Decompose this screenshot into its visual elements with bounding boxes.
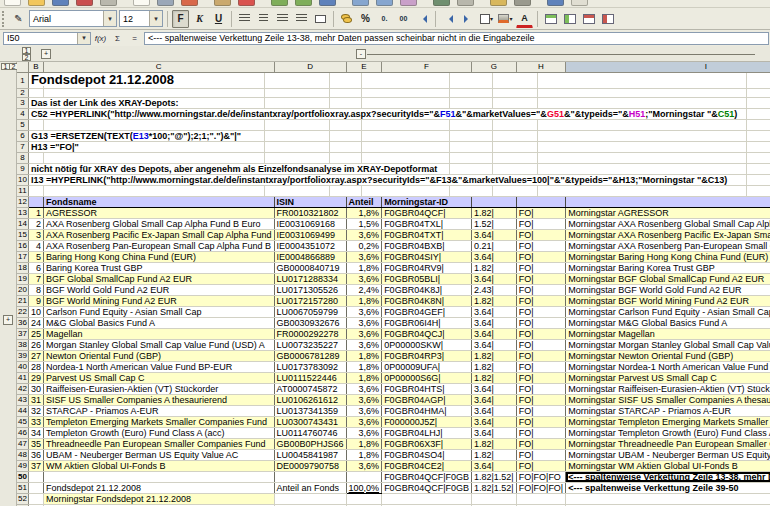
print-icon[interactable]	[100, 0, 117, 6]
cell-isin[interactable]: IE0031069168	[274, 218, 346, 229]
cell-fondsname[interactable]: AXA Rosenberg Global Small Cap Alpha Fun…	[43, 218, 274, 229]
cell-morningstar-id[interactable]: 0P00009UFA|	[382, 361, 472, 372]
cell-fondsname[interactable]: Templeton Emerging Markets Smaller Compa…	[43, 416, 274, 427]
cell-morningstar-link[interactable]: Morningstar SISF US Smaller Companies A …	[566, 394, 770, 405]
cell-morningstar-link[interactable]: Morningstar Baring Korea Trust GBP	[566, 262, 770, 273]
cell-morningstar-id[interactable]: F0GBR04CE2|	[382, 460, 472, 471]
cell-typeid[interactable]: FO|	[516, 284, 566, 295]
cell-isin[interactable]: IE0031069499	[274, 229, 346, 240]
cell-morningstar-id[interactable]: F0GBR04HMA|	[382, 405, 472, 416]
cell-morningstar-id[interactable]: F000000J5Z|	[382, 416, 472, 427]
toolbar-grip[interactable]	[2, 11, 6, 27]
cell-morningstar-id[interactable]: 0P00000SKW|	[382, 339, 472, 350]
align-center-icon[interactable]	[255, 10, 272, 28]
dropdown-arrow-icon[interactable]: ▾	[77, 33, 90, 44]
add-decimal-icon[interactable]: 00	[395, 10, 412, 28]
cell-morningstar-id[interactable]: F0GBR04RP3|	[382, 350, 472, 361]
cell-isin[interactable]: LU0073235227	[274, 339, 346, 350]
save-icon[interactable]	[52, 0, 69, 6]
cell-fondsname[interactable]: Baring Hong Kong China Fund (EUR)	[43, 251, 274, 262]
cell-morningstar-link[interactable]: Morningstar STARCAP - Priamos A-EUR	[566, 405, 770, 416]
insert-chart-icon[interactable]	[400, 0, 417, 6]
cell-typeid[interactable]: FO|	[516, 295, 566, 306]
cell-morningstar-id[interactable]: F0GBR04SIY|	[382, 251, 472, 262]
delete-decimal-icon[interactable]	[414, 10, 431, 28]
cell-isin[interactable]: DE0009790758	[274, 460, 346, 471]
row-header[interactable]: 9	[17, 163, 28, 174]
function-wizard-icon[interactable]: f(x)	[93, 32, 108, 45]
cell-typeid[interactable]: FO|	[516, 306, 566, 317]
info-cell[interactable]: H13 ="FO|"	[28, 141, 770, 152]
cell-isin[interactable]: LU0137341359	[274, 405, 346, 416]
row-header[interactable]: 4	[17, 108, 28, 119]
table-header-I[interactable]	[566, 196, 770, 207]
font-color-icon[interactable]: A	[516, 10, 533, 28]
merge-cells-icon[interactable]	[312, 10, 329, 28]
cell-marketvalue[interactable]: 1.82|	[471, 449, 516, 460]
dropdown-arrow-icon[interactable]: ▾	[149, 11, 162, 26]
cell-typeid[interactable]: FO|	[516, 339, 566, 350]
row-header[interactable]: 21	[17, 295, 28, 306]
insert-columns-icon[interactable]	[561, 10, 578, 28]
gallery-icon[interactable]	[490, 0, 507, 6]
cell-anteil[interactable]: 3,6%	[346, 229, 382, 240]
cell-marketvalue[interactable]: 3.64|	[471, 328, 516, 339]
cell-seq[interactable]: 35	[28, 438, 43, 449]
cell-H50[interactable]: FO|FO|FO	[516, 471, 566, 482]
column-header-C[interactable]: C	[43, 62, 274, 72]
cell-morningstar-id[interactable]: F0GBR04K8N|	[382, 295, 472, 306]
row-header[interactable]: 49	[17, 460, 28, 471]
cell-morningstar-link[interactable]: Morningstar Newton Oriental Fund (GBP)	[566, 350, 770, 361]
find-icon[interactable]	[571, 0, 588, 6]
column-header-E[interactable]: E	[346, 62, 382, 72]
cell-typeid[interactable]: FO|	[516, 317, 566, 328]
cell-marketvalue[interactable]: 3.64|	[471, 383, 516, 394]
row-header[interactable]: 17	[17, 251, 28, 262]
cell-seq[interactable]: 31	[28, 394, 43, 405]
table-header-G[interactable]	[471, 196, 516, 207]
cell-fondsname[interactable]: Magellan	[43, 328, 274, 339]
cell-anteil[interactable]: 3,6%	[346, 273, 382, 284]
underline-button[interactable]: U	[210, 10, 227, 28]
info-cell[interactable]: I13 =HYPERLINK("http://www.morningstar.d…	[28, 174, 770, 185]
cell-morningstar-id[interactable]: F0GBR04BXB|	[382, 240, 472, 251]
row-header[interactable]: 14	[17, 218, 28, 229]
row-header[interactable]: 37	[17, 328, 28, 339]
cell-I50[interactable]: <--- spaltenweise Verkettung Zeile 13-38…	[566, 471, 770, 482]
cell-morningstar-link[interactable]: Morningstar Parvest US Small Cap C	[566, 372, 770, 383]
cell-marketvalue[interactable]: 3.64|	[471, 339, 516, 350]
cell-seq[interactable]: 6	[28, 262, 43, 273]
cell-marketvalue[interactable]: 1.82|	[471, 295, 516, 306]
info-cell[interactable]	[28, 88, 770, 97]
zoom-icon[interactable]	[514, 0, 531, 6]
cell-H51[interactable]: FO|FO|FO|	[516, 482, 566, 493]
cell-morningstar-id[interactable]: F0GBR05BLI|	[382, 273, 472, 284]
cell-fondsname[interactable]: M&G Global Basics Fund A	[43, 317, 274, 328]
cell-seq[interactable]: 2	[28, 218, 43, 229]
collapse-columns-button[interactable]: -	[356, 49, 366, 59]
cell-morningstar-link[interactable]: Morningstar Templeton Emerging Markets S…	[566, 416, 770, 427]
cell-seq[interactable]: 8	[28, 284, 43, 295]
cell-morningstar-id[interactable]: F0GBR04QCF|	[382, 207, 472, 218]
cell-anteil[interactable]: 3,6%	[346, 251, 382, 262]
row-header[interactable]: 2	[17, 88, 28, 97]
cell-isin[interactable]: LU0300743431	[274, 416, 346, 427]
cell-typeid[interactable]: FO|	[516, 361, 566, 372]
cell-seq[interactable]: 33	[28, 416, 43, 427]
expand-columns-button[interactable]: +	[41, 49, 51, 59]
cell-marketvalue[interactable]: 1.82|	[471, 350, 516, 361]
cell-morningstar-link[interactable]: Morningstar WM Aktien Global UI-Fonds B	[566, 460, 770, 471]
cell-D50[interactable]	[274, 471, 346, 482]
cell-typeid[interactable]: FO|	[516, 262, 566, 273]
cell-morningstar-id[interactable]: F0GBR04RV9|	[382, 262, 472, 273]
cell-seq[interactable]: 5	[28, 251, 43, 262]
sum-icon[interactable]: Σ	[110, 32, 125, 45]
cell-isin[interactable]: FR0010321802	[274, 207, 346, 218]
cell-morningstar-link[interactable]: Morningstar UBAM - Neuberger Berman US E…	[566, 449, 770, 460]
cell-I51[interactable]: <--- spaltenweise Verkettung Zeile 39-50	[566, 482, 770, 493]
cell-isin[interactable]: GB0000840719	[274, 262, 346, 273]
column-header-H[interactable]: H	[516, 62, 566, 72]
cell-morningstar-link[interactable]: Morningstar Nordea-1 North American Valu…	[566, 361, 770, 372]
info-cell[interactable]: Fondsdepot 21.12.2008	[28, 72, 770, 88]
cell-fondsname[interactable]: STARCAP - Priamos A-EUR	[43, 405, 274, 416]
